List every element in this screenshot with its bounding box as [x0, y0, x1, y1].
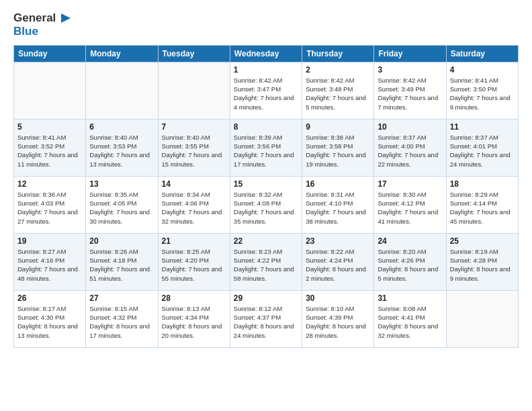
cell-content: Sunrise: 8:19 AM Sunset: 4:28 PM Dayligh… — [450, 247, 515, 283]
calendar-cell: 8Sunrise: 8:39 AM Sunset: 3:56 PM Daylig… — [230, 119, 302, 176]
cell-content: Sunrise: 8:34 AM Sunset: 4:06 PM Dayligh… — [162, 190, 226, 226]
day-number: 30 — [306, 293, 370, 303]
day-number: 11 — [450, 122, 515, 132]
calendar-cell: 13Sunrise: 8:35 AM Sunset: 4:05 PM Dayli… — [86, 176, 158, 233]
calendar-cell: 15Sunrise: 8:32 AM Sunset: 4:08 PM Dayli… — [230, 176, 302, 233]
calendar-cell: 30Sunrise: 8:10 AM Sunset: 4:39 PM Dayli… — [302, 290, 374, 347]
calendar-cell: 23Sunrise: 8:22 AM Sunset: 4:24 PM Dayli… — [302, 233, 374, 290]
calendar-cell: 14Sunrise: 8:34 AM Sunset: 4:06 PM Dayli… — [158, 176, 230, 233]
calendar-cell: 20Sunrise: 8:26 AM Sunset: 4:18 PM Dayli… — [86, 233, 158, 290]
cell-content: Sunrise: 8:38 AM Sunset: 3:58 PM Dayligh… — [306, 133, 370, 169]
day-number: 8 — [234, 122, 298, 132]
logo: General Blue — [13, 11, 72, 38]
calendar-cell: 11Sunrise: 8:37 AM Sunset: 4:01 PM Dayli… — [446, 119, 518, 176]
day-number: 1 — [234, 65, 298, 75]
cell-content: Sunrise: 8:10 AM Sunset: 4:39 PM Dayligh… — [306, 304, 370, 340]
calendar-cell: 28Sunrise: 8:13 AM Sunset: 4:34 PM Dayli… — [158, 290, 230, 347]
cell-content: Sunrise: 8:22 AM Sunset: 4:24 PM Dayligh… — [306, 247, 370, 283]
calendar-cell: 16Sunrise: 8:31 AM Sunset: 4:10 PM Dayli… — [302, 176, 374, 233]
day-header-friday: Friday — [374, 45, 446, 62]
cell-content: Sunrise: 8:41 AM Sunset: 3:50 PM Dayligh… — [450, 76, 515, 111]
day-number: 14 — [162, 179, 226, 189]
calendar-cell: 10Sunrise: 8:37 AM Sunset: 4:00 PM Dayli… — [374, 119, 446, 176]
day-number: 3 — [378, 65, 442, 75]
calendar-cell: 1Sunrise: 8:42 AM Sunset: 3:47 PM Daylig… — [230, 62, 302, 119]
calendar-cell: 26Sunrise: 8:17 AM Sunset: 4:30 PM Dayli… — [14, 290, 86, 347]
week-row-4: 26Sunrise: 8:17 AM Sunset: 4:30 PM Dayli… — [14, 290, 519, 347]
day-number: 6 — [89, 122, 154, 132]
cell-content: Sunrise: 8:37 AM Sunset: 4:01 PM Dayligh… — [450, 133, 515, 169]
calendar-cell: 21Sunrise: 8:25 AM Sunset: 4:20 PM Dayli… — [158, 233, 230, 290]
calendar-cell: 29Sunrise: 8:12 AM Sunset: 4:37 PM Dayli… — [230, 290, 302, 347]
cell-content: Sunrise: 8:42 AM Sunset: 3:49 PM Dayligh… — [378, 76, 442, 111]
week-row-0: 1Sunrise: 8:42 AM Sunset: 3:47 PM Daylig… — [14, 62, 519, 119]
calendar-cell: 19Sunrise: 8:27 AM Sunset: 4:16 PM Dayli… — [14, 233, 86, 290]
calendar-cell: 27Sunrise: 8:15 AM Sunset: 4:32 PM Dayli… — [86, 290, 158, 347]
cell-content: Sunrise: 8:39 AM Sunset: 3:56 PM Dayligh… — [234, 133, 298, 169]
calendar-cell: 25Sunrise: 8:19 AM Sunset: 4:28 PM Dayli… — [446, 233, 518, 290]
cell-content: Sunrise: 8:27 AM Sunset: 4:16 PM Dayligh… — [17, 247, 82, 283]
day-number: 18 — [450, 179, 515, 189]
cell-content: Sunrise: 8:30 AM Sunset: 4:12 PM Dayligh… — [378, 190, 442, 226]
cell-content: Sunrise: 8:42 AM Sunset: 3:48 PM Dayligh… — [306, 76, 370, 111]
calendar-cell: 12Sunrise: 8:36 AM Sunset: 4:03 PM Dayli… — [14, 176, 86, 233]
cell-content: Sunrise: 8:36 AM Sunset: 4:03 PM Dayligh… — [17, 190, 82, 226]
cell-content: Sunrise: 8:25 AM Sunset: 4:20 PM Dayligh… — [162, 247, 226, 283]
day-header-saturday: Saturday — [446, 45, 518, 62]
calendar-cell: 17Sunrise: 8:30 AM Sunset: 4:12 PM Dayli… — [374, 176, 446, 233]
day-number: 4 — [450, 65, 515, 75]
day-number: 15 — [234, 179, 298, 189]
day-number: 20 — [89, 236, 154, 246]
calendar-cell: 7Sunrise: 8:40 AM Sunset: 3:55 PM Daylig… — [158, 119, 230, 176]
day-number: 19 — [17, 236, 82, 246]
day-number: 16 — [306, 179, 370, 189]
logo-blue: Blue — [13, 25, 38, 38]
day-number: 13 — [89, 179, 154, 189]
day-number: 23 — [306, 236, 370, 246]
cell-content: Sunrise: 8:35 AM Sunset: 4:05 PM Dayligh… — [89, 190, 154, 226]
week-row-3: 19Sunrise: 8:27 AM Sunset: 4:16 PM Dayli… — [14, 233, 519, 290]
calendar-cell: 24Sunrise: 8:20 AM Sunset: 4:26 PM Dayli… — [374, 233, 446, 290]
day-number: 12 — [17, 179, 82, 189]
calendar-cell: 22Sunrise: 8:23 AM Sunset: 4:22 PM Dayli… — [230, 233, 302, 290]
calendar-page: General Blue SundayMondayTuesdayWednesda… — [0, 0, 532, 411]
day-number: 25 — [450, 236, 515, 246]
header: General Blue — [13, 11, 519, 38]
day-header-thursday: Thursday — [302, 45, 374, 62]
day-header-tuesday: Tuesday — [158, 45, 230, 62]
cell-content: Sunrise: 8:23 AM Sunset: 4:22 PM Dayligh… — [234, 247, 298, 283]
cell-content: Sunrise: 8:42 AM Sunset: 3:47 PM Dayligh… — [234, 76, 298, 111]
cell-content: Sunrise: 8:40 AM Sunset: 3:55 PM Dayligh… — [162, 133, 226, 169]
cell-content: Sunrise: 8:26 AM Sunset: 4:18 PM Dayligh… — [89, 247, 154, 283]
cell-content: Sunrise: 8:12 AM Sunset: 4:37 PM Dayligh… — [234, 304, 298, 340]
cell-content: Sunrise: 8:41 AM Sunset: 3:52 PM Dayligh… — [17, 133, 82, 169]
calendar-cell: 9Sunrise: 8:38 AM Sunset: 3:58 PM Daylig… — [302, 119, 374, 176]
day-number: 27 — [89, 293, 154, 303]
day-number: 17 — [378, 179, 442, 189]
logo-text: General Blue — [13, 11, 72, 38]
day-header-row: SundayMondayTuesdayWednesdayThursdayFrid… — [14, 45, 519, 62]
week-row-1: 5Sunrise: 8:41 AM Sunset: 3:52 PM Daylig… — [14, 119, 519, 176]
cell-content: Sunrise: 8:31 AM Sunset: 4:10 PM Dayligh… — [306, 190, 370, 226]
logo-triangle-icon — [57, 11, 72, 26]
day-header-sunday: Sunday — [14, 45, 86, 62]
day-number: 9 — [306, 122, 370, 132]
day-number: 31 — [378, 293, 442, 303]
calendar-cell: 31Sunrise: 8:08 AM Sunset: 4:41 PM Dayli… — [374, 290, 446, 347]
calendar-table: SundayMondayTuesdayWednesdayThursdayFrid… — [13, 45, 519, 348]
calendar-cell — [158, 62, 230, 119]
day-number: 24 — [378, 236, 442, 246]
day-number: 7 — [162, 122, 226, 132]
cell-content: Sunrise: 8:17 AM Sunset: 4:30 PM Dayligh… — [17, 304, 82, 340]
cell-content: Sunrise: 8:40 AM Sunset: 3:53 PM Dayligh… — [89, 133, 154, 169]
calendar-cell: 4Sunrise: 8:41 AM Sunset: 3:50 PM Daylig… — [446, 62, 518, 119]
calendar-cell — [86, 62, 158, 119]
cell-content: Sunrise: 8:37 AM Sunset: 4:00 PM Dayligh… — [378, 133, 442, 169]
calendar-cell: 6Sunrise: 8:40 AM Sunset: 3:53 PM Daylig… — [86, 119, 158, 176]
day-number: 26 — [17, 293, 82, 303]
calendar-cell — [14, 62, 86, 119]
day-number: 29 — [234, 293, 298, 303]
cell-content: Sunrise: 8:32 AM Sunset: 4:08 PM Dayligh… — [234, 190, 298, 226]
week-row-2: 12Sunrise: 8:36 AM Sunset: 4:03 PM Dayli… — [14, 176, 519, 233]
day-number: 10 — [378, 122, 442, 132]
